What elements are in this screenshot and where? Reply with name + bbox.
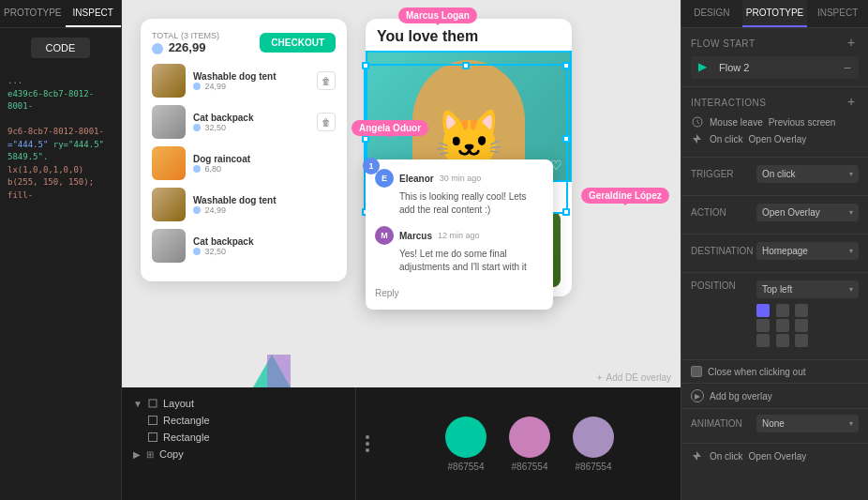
action-section: ACTION Open Overlay ▾	[681, 196, 868, 235]
pos-bm[interactable]	[776, 334, 789, 347]
tab-prototype[interactable]: PROTOTYPE	[742, 0, 808, 27]
flow-name: Flow 2	[719, 62, 838, 73]
comment-user-1: E Eleanor 30 min ago	[375, 169, 544, 188]
comment-badge[interactable]: 1	[363, 158, 380, 174]
layer-rect2[interactable]: Rectangle	[129, 429, 348, 446]
comment-item-2: M Marcus 12 min ago Yes! Let me do some …	[375, 226, 544, 274]
delete-button-1[interactable]: 🗑	[317, 71, 336, 90]
color-swatch-3[interactable]	[573, 417, 614, 458]
add-interaction-button[interactable]: +	[844, 95, 859, 110]
flow-item: ▶ Flow 2 −	[691, 56, 859, 79]
pos-bl[interactable]	[756, 334, 770, 347]
destination-select[interactable]: Homepage ▾	[756, 242, 859, 260]
total-info: TOTAL (3 ITEMS) 226,99	[152, 30, 219, 54]
product-item-2: Cat backpack 32,50 🗑	[152, 105, 336, 139]
left-tabs: PROTOTYPE INSPECT	[0, 0, 121, 28]
flow-minus-button[interactable]: −	[844, 60, 851, 75]
bottom-on-click-row: On click Open Overlay	[681, 444, 868, 468]
add-flow-button[interactable]: +	[844, 36, 859, 51]
animation-chevron: ▾	[849, 419, 853, 428]
dot-3	[366, 448, 369, 452]
canvas-area: Marcus Logan Angela Oduor Geraldine Lópe…	[122, 0, 681, 500]
bottom-action: Open Overlay	[749, 451, 807, 462]
copy-expand-icon[interactable]: ▶	[133, 449, 141, 460]
product-thumb-4	[152, 188, 186, 221]
action-label: ACTION	[691, 207, 756, 218]
tab-inspect[interactable]: INSPECT	[66, 0, 122, 27]
delete-button-2[interactable]: 🗑	[317, 113, 336, 131]
interactions-section: INTERACTIONS + Mouse leave Previous scre…	[681, 87, 868, 158]
color-swatch-1[interactable]	[445, 417, 486, 458]
destination-field: DESTINATION Homepage ▾	[691, 242, 859, 260]
flow-start-header: FLOW START +	[691, 36, 859, 51]
layer-copy-group: ▶ ⊞ Copy	[129, 446, 348, 462]
checkout-button[interactable]: CHECKOUT	[260, 33, 336, 53]
bottom-click-icon	[691, 449, 704, 462]
expand-icon: ▼	[133, 399, 142, 409]
layer-rect1[interactable]: Rectangle	[129, 412, 348, 429]
pos-ml[interactable]	[756, 319, 770, 332]
add-de-overlay-button[interactable]: + Add DE overlay	[597, 372, 671, 383]
comment-text-1: This is looking really cool! Lets add th…	[399, 190, 544, 217]
rect-icon	[148, 416, 157, 425]
layer-copy-label: Copy	[159, 448, 184, 460]
pos-mr[interactable]	[795, 319, 808, 332]
close-when-checkbox[interactable]	[691, 366, 702, 377]
code-button[interactable]: CODE	[31, 38, 91, 58]
on-click-icon	[691, 132, 704, 145]
destination-value: Homepage	[762, 246, 808, 256]
position-label: POSITION	[691, 280, 756, 291]
comment-name-2: Marcus	[399, 231, 432, 241]
pos-tr[interactable]	[795, 304, 808, 317]
trigger-field: TRIGGER On click ▾	[691, 165, 859, 183]
tab-design[interactable]: DESIGN	[681, 0, 742, 27]
pos-tl[interactable]	[756, 304, 770, 317]
action-select[interactable]: Open Overlay ▾	[756, 204, 859, 221]
rect2-icon	[148, 432, 157, 442]
position-section: POSITION Top left ▾	[681, 273, 868, 360]
reply-button[interactable]: Reply	[375, 288, 399, 298]
comment-user-2: M Marcus 12 min ago	[375, 226, 544, 245]
add-bg-label: Add bg overlay	[710, 391, 772, 402]
trigger-select[interactable]: On click ▾	[756, 165, 859, 183]
layers-section: ▼ Layout Rectangle Rectangle ▶ ⊞ Copy	[122, 387, 356, 500]
name-tag-geraldine: Geraldine López	[581, 188, 669, 204]
tab-prototype[interactable]: PROTOTYPE	[0, 0, 66, 27]
position-select[interactable]: Top left ▾	[756, 280, 859, 298]
color-label-2: #867554	[512, 462, 548, 472]
trigger-label: TRIGGER	[691, 169, 756, 179]
product-info-2: Cat backpack 32,50	[193, 113, 309, 132]
total-price: 226,99	[152, 40, 219, 54]
pos-mm[interactable]	[776, 319, 789, 332]
bottom-panel: ▼ Layout Rectangle Rectangle ▶ ⊞ Copy	[122, 387, 681, 500]
pos-br[interactable]	[795, 334, 808, 347]
tab-inspect[interactable]: INSPECT	[807, 0, 868, 27]
add-bg-item[interactable]: ▶ Add bg overlay	[681, 384, 868, 409]
color-swatch-2[interactable]	[509, 417, 550, 458]
close-when-label: Close when clicking out	[708, 367, 806, 377]
action-field: ACTION Open Overlay ▾	[691, 204, 859, 221]
product-info-3: Dog raincoat 6,80	[193, 154, 336, 174]
color-label-1: #867554	[448, 462, 485, 472]
trigger-chevron: ▾	[849, 170, 853, 178]
animation-select[interactable]: None ▾	[756, 415, 859, 432]
animation-label: ANIMATION	[691, 418, 756, 429]
interaction-action-1: Previous screen	[769, 117, 836, 128]
position-chevron: ▾	[849, 285, 853, 294]
swatch-1-container: #867554	[445, 417, 486, 472]
code-display: ... e439c6-8cb7-8012-8001- 9c6-8cb7-8012…	[0, 68, 121, 209]
dot-2	[366, 442, 369, 446]
layer-layout[interactable]: ▼ Layout	[129, 395, 348, 412]
interactions-header: INTERACTIONS +	[691, 95, 859, 110]
trigger-section: TRIGGER On click ▾	[681, 158, 868, 196]
interaction-2: On click Open Overlay	[691, 132, 859, 145]
product-item-1: Washable dog tent 24,99 🗑	[152, 64, 336, 98]
three-dots-menu[interactable]	[356, 387, 379, 500]
flow-start-section: FLOW START + ▶ Flow 2 −	[681, 28, 868, 87]
product-thumb-1	[152, 64, 186, 98]
pos-tm[interactable]	[776, 304, 789, 317]
destination-chevron: ▾	[849, 247, 853, 255]
name-tag-angela: Angela Oduor	[352, 120, 428, 136]
animation-value: None	[762, 418, 785, 429]
right-tabs: DESIGN PROTOTYPE INSPECT	[681, 0, 868, 28]
